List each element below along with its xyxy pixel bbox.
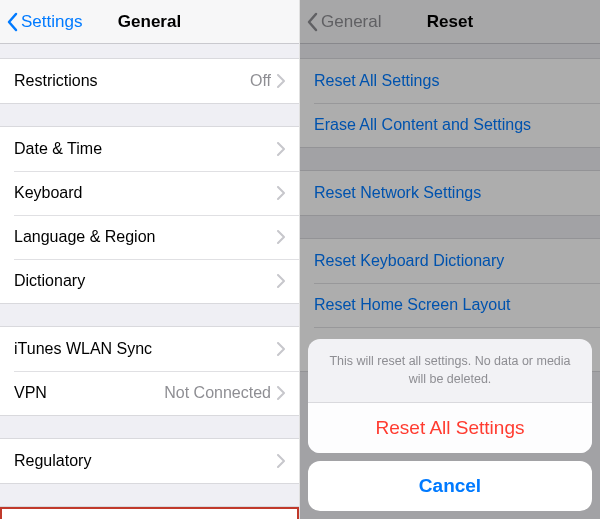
chevron-right-icon bbox=[277, 230, 285, 244]
chevron-right-icon bbox=[277, 142, 285, 156]
page-title: General bbox=[118, 12, 181, 32]
chevron-left-icon bbox=[6, 12, 18, 32]
row-label: Regulatory bbox=[14, 452, 277, 470]
navbar-general: Settings General bbox=[0, 0, 299, 44]
group-regulatory: Regulatory bbox=[0, 438, 299, 484]
row-label: Restrictions bbox=[14, 72, 250, 90]
back-button[interactable]: Settings bbox=[6, 12, 82, 32]
reset-pane: General Reset Reset All Settings Erase A… bbox=[300, 0, 600, 519]
group-reset: Reset bbox=[0, 506, 299, 519]
group-sync: iTunes WLAN Sync VPN Not Connected bbox=[0, 326, 299, 416]
row-vpn[interactable]: VPN Not Connected bbox=[0, 371, 299, 415]
action-sheet: This will reset all settings. No data or… bbox=[308, 339, 592, 511]
action-sheet-cancel[interactable]: Cancel bbox=[308, 461, 592, 511]
chevron-right-icon bbox=[277, 274, 285, 288]
action-sheet-confirm[interactable]: Reset All Settings bbox=[308, 403, 592, 453]
group-restrictions: Restrictions Off bbox=[0, 58, 299, 104]
group-preferences: Date & Time Keyboard Language & Region D… bbox=[0, 126, 299, 304]
chevron-right-icon bbox=[277, 386, 285, 400]
action-sheet-body: This will reset all settings. No data or… bbox=[308, 339, 592, 453]
chevron-right-icon bbox=[277, 454, 285, 468]
row-label: Keyboard bbox=[14, 184, 277, 202]
row-language-region[interactable]: Language & Region bbox=[0, 215, 299, 259]
general-settings-pane: Settings General Restrictions Off Date &… bbox=[0, 0, 300, 519]
row-regulatory[interactable]: Regulatory bbox=[0, 439, 299, 483]
row-dictionary[interactable]: Dictionary bbox=[0, 259, 299, 303]
chevron-right-icon bbox=[277, 342, 285, 356]
row-detail: Not Connected bbox=[164, 384, 271, 402]
row-label: Language & Region bbox=[14, 228, 277, 246]
action-sheet-message: This will reset all settings. No data or… bbox=[308, 339, 592, 402]
chevron-right-icon bbox=[277, 186, 285, 200]
row-reset[interactable]: Reset bbox=[0, 507, 299, 519]
row-label: Date & Time bbox=[14, 140, 277, 158]
back-label: Settings bbox=[21, 12, 82, 32]
chevron-right-icon bbox=[277, 74, 285, 88]
row-label: Dictionary bbox=[14, 272, 277, 290]
row-detail: Off bbox=[250, 72, 271, 90]
row-label: iTunes WLAN Sync bbox=[14, 340, 277, 358]
row-label: VPN bbox=[14, 384, 164, 402]
row-date-time[interactable]: Date & Time bbox=[0, 127, 299, 171]
row-itunes-wlan-sync[interactable]: iTunes WLAN Sync bbox=[0, 327, 299, 371]
row-keyboard[interactable]: Keyboard bbox=[0, 171, 299, 215]
row-restrictions[interactable]: Restrictions Off bbox=[0, 59, 299, 103]
